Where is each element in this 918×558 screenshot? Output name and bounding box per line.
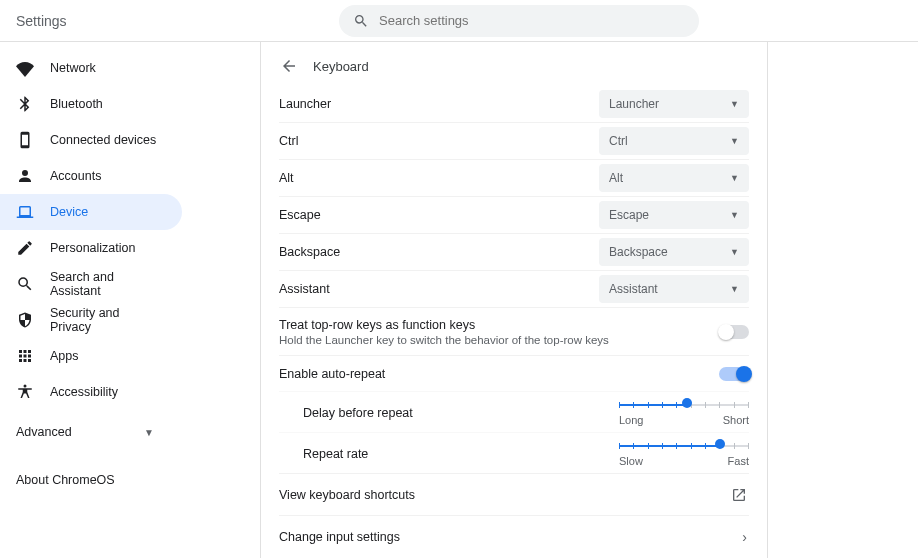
sidebar-item-label: Network bbox=[50, 61, 96, 75]
row-label: Backspace bbox=[279, 245, 340, 259]
sidebar-item-network[interactable]: Network bbox=[0, 50, 182, 86]
slider-max: Fast bbox=[728, 455, 749, 467]
sidebar-item-personalization[interactable]: Personalization bbox=[0, 230, 182, 266]
sidebar-about[interactable]: About ChromeOS bbox=[0, 462, 260, 498]
view-shortcuts-row[interactable]: View keyboard shortcuts bbox=[279, 473, 749, 515]
phone-icon bbox=[16, 131, 34, 149]
header: Settings bbox=[0, 0, 918, 42]
slider-delay[interactable] bbox=[619, 400, 749, 410]
sidebar-item-connected-devices[interactable]: Connected devices bbox=[0, 122, 182, 158]
fn-keys-toggle[interactable] bbox=[719, 325, 749, 339]
sidebar-item-accounts[interactable]: Accounts bbox=[0, 158, 182, 194]
keymap-row-ctrl: Ctrl Ctrl ▼ bbox=[279, 122, 749, 159]
select-backspace[interactable]: Backspace ▼ bbox=[599, 238, 749, 266]
sidebar-item-label: Accessibility bbox=[50, 385, 118, 399]
sidebar-item-label: Search and Assistant bbox=[50, 270, 162, 298]
select-assistant[interactable]: Assistant ▼ bbox=[599, 275, 749, 303]
slider-min: Long bbox=[619, 414, 643, 426]
keymap-row-alt: Alt Alt ▼ bbox=[279, 159, 749, 196]
sidebar: Network Bluetooth Connected devices Acco… bbox=[0, 42, 260, 558]
apps-icon bbox=[16, 347, 34, 365]
person-icon bbox=[16, 167, 34, 185]
select-value: Ctrl bbox=[609, 134, 628, 148]
slider-rate[interactable] bbox=[619, 441, 749, 451]
select-escape[interactable]: Escape ▼ bbox=[599, 201, 749, 229]
fn-keys-row: Treat top-row keys as function keys Hold… bbox=[279, 307, 749, 355]
slider-min: Slow bbox=[619, 455, 643, 467]
sidebar-item-accessibility[interactable]: Accessibility bbox=[0, 374, 182, 410]
chevron-right-icon: › bbox=[742, 529, 747, 545]
keymap-row-launcher: Launcher Launcher ▼ bbox=[279, 86, 749, 122]
slider-label: Delay before repeat bbox=[303, 406, 413, 420]
sidebar-item-security-privacy[interactable]: Security and Privacy bbox=[0, 302, 182, 338]
about-label: About ChromeOS bbox=[16, 473, 115, 487]
search-input[interactable] bbox=[379, 13, 685, 28]
keymap-row-assistant: Assistant Assistant ▼ bbox=[279, 270, 749, 307]
select-value: Alt bbox=[609, 171, 623, 185]
bluetooth-icon bbox=[16, 95, 34, 113]
sidebar-item-label: Device bbox=[50, 205, 88, 219]
chevron-down-icon: ▼ bbox=[730, 99, 739, 109]
sidebar-advanced[interactable]: Advanced ▼ bbox=[0, 414, 170, 450]
auto-repeat-toggle[interactable] bbox=[719, 367, 749, 381]
wifi-icon bbox=[16, 59, 34, 77]
content-title: Keyboard bbox=[313, 59, 369, 74]
select-value: Escape bbox=[609, 208, 649, 222]
slider-rate-row: Repeat rate Slow Fast bbox=[279, 432, 749, 473]
row-label: Launcher bbox=[279, 97, 331, 111]
edit-icon bbox=[16, 239, 34, 257]
slider-delay-row: Delay before repeat Long Short bbox=[279, 391, 749, 432]
select-value: Backspace bbox=[609, 245, 668, 259]
row-label: Ctrl bbox=[279, 134, 298, 148]
chevron-down-icon: ▼ bbox=[730, 210, 739, 220]
laptop-icon bbox=[16, 203, 34, 221]
search-icon bbox=[353, 13, 369, 29]
fn-keys-title: Treat top-row keys as function keys bbox=[279, 318, 609, 332]
select-value: Launcher bbox=[609, 97, 659, 111]
search-icon bbox=[16, 275, 34, 293]
search-box[interactable] bbox=[339, 5, 699, 37]
keymap-row-backspace: Backspace Backspace ▼ bbox=[279, 233, 749, 270]
sidebar-item-bluetooth[interactable]: Bluetooth bbox=[0, 86, 182, 122]
accessibility-icon bbox=[16, 383, 34, 401]
slider-max: Short bbox=[723, 414, 749, 426]
select-value: Assistant bbox=[609, 282, 658, 296]
sidebar-item-label: Bluetooth bbox=[50, 97, 103, 111]
row-label: Assistant bbox=[279, 282, 330, 296]
sidebar-item-label: Security and Privacy bbox=[50, 306, 162, 334]
chevron-down-icon: ▼ bbox=[730, 247, 739, 257]
back-button[interactable] bbox=[279, 56, 299, 76]
sidebar-item-apps[interactable]: Apps bbox=[0, 338, 182, 374]
select-launcher[interactable]: Launcher ▼ bbox=[599, 90, 749, 118]
row-label: Alt bbox=[279, 171, 294, 185]
keymap-row-escape: Escape Escape ▼ bbox=[279, 196, 749, 233]
link-label: View keyboard shortcuts bbox=[279, 488, 415, 502]
right-gutter bbox=[768, 42, 918, 558]
sidebar-item-label: Connected devices bbox=[50, 133, 156, 147]
fn-keys-sub: Hold the Launcher key to switch the beha… bbox=[279, 334, 609, 346]
auto-repeat-row: Enable auto-repeat bbox=[279, 355, 749, 391]
sidebar-item-search-assistant[interactable]: Search and Assistant bbox=[0, 266, 182, 302]
select-alt[interactable]: Alt ▼ bbox=[599, 164, 749, 192]
chevron-down-icon: ▼ bbox=[730, 284, 739, 294]
sidebar-item-device[interactable]: Device bbox=[0, 194, 182, 230]
sidebar-item-label: Apps bbox=[50, 349, 79, 363]
chevron-down-icon: ▼ bbox=[144, 427, 154, 438]
slider-label: Repeat rate bbox=[303, 447, 368, 461]
link-label: Change input settings bbox=[279, 530, 400, 544]
chevron-down-icon: ▼ bbox=[730, 173, 739, 183]
select-ctrl[interactable]: Ctrl ▼ bbox=[599, 127, 749, 155]
sidebar-item-label: Personalization bbox=[50, 241, 135, 255]
page-title: Settings bbox=[16, 13, 336, 29]
advanced-label: Advanced bbox=[16, 425, 72, 439]
content: Keyboard Launcher Launcher ▼ Ctrl Ctrl ▼ bbox=[260, 42, 768, 558]
auto-repeat-title: Enable auto-repeat bbox=[279, 367, 385, 381]
external-link-icon bbox=[731, 487, 747, 503]
shield-icon bbox=[16, 311, 34, 329]
chevron-down-icon: ▼ bbox=[730, 136, 739, 146]
row-label: Escape bbox=[279, 208, 321, 222]
change-input-row[interactable]: Change input settings › bbox=[279, 515, 749, 557]
sidebar-item-label: Accounts bbox=[50, 169, 101, 183]
